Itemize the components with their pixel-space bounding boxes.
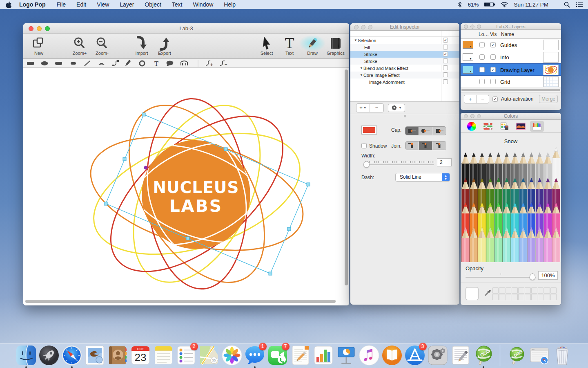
close-button[interactable] <box>29 26 33 31</box>
close-button[interactable] <box>464 25 468 29</box>
menu-layer[interactable]: Layer <box>114 1 139 8</box>
tree-row-fill[interactable]: Fill <box>350 44 459 51</box>
drawing-canvas[interactable]: NUCLEUS LABS <box>23 68 349 305</box>
dash-popup[interactable]: Solid Line ▲▼ <box>395 173 450 182</box>
layer-color-swatch[interactable]: ▼ <box>463 66 473 74</box>
dock-itunes[interactable] <box>359 345 380 366</box>
menu-window[interactable]: Window <box>188 1 219 8</box>
cap-segmented-control[interactable] <box>405 126 446 135</box>
visible-checkbox[interactable]: ✓ <box>490 42 496 47</box>
close-button[interactable] <box>464 114 468 118</box>
bluetooth-icon[interactable] <box>458 2 462 8</box>
swatch-grid[interactable] <box>492 287 557 301</box>
width-slider-thumb[interactable] <box>363 162 370 168</box>
row-checkbox[interactable] <box>443 65 448 70</box>
row-checkbox[interactable] <box>443 72 448 77</box>
disclosure-triangle[interactable]: ▼ <box>359 66 363 70</box>
tree-row-blend-mask[interactable]: ▼ Blend and Mask Effect <box>350 65 459 72</box>
row-checkbox[interactable]: ✓ <box>443 52 448 56</box>
remove-effect-button[interactable]: − <box>370 104 383 112</box>
row-checkbox[interactable]: ✓ <box>443 38 448 43</box>
dock-minimized-safari-window[interactable] <box>529 345 550 366</box>
current-color-well[interactable] <box>466 287 479 300</box>
dock-mail[interactable] <box>84 345 105 366</box>
dock-pages[interactable] <box>290 345 311 366</box>
dock-reminders[interactable]: 2 <box>176 345 197 366</box>
colors-titlebar[interactable]: Colors <box>461 113 561 120</box>
zoom-button[interactable] <box>477 114 481 118</box>
color-wheel-tab[interactable] <box>465 121 479 132</box>
disclosure-triangle[interactable]: ▼ <box>359 73 363 77</box>
width-value-field[interactable] <box>437 158 452 166</box>
dock-numbers[interactable] <box>313 345 334 366</box>
action-gear-button[interactable]: ▼ <box>388 104 405 112</box>
auto-activation-checkbox[interactable]: ✓ <box>492 96 498 102</box>
layers-titlebar[interactable]: Lab-3 - Layers <box>461 23 561 30</box>
minimize-button[interactable] <box>470 114 474 118</box>
opacity-value[interactable]: 100% <box>538 271 558 280</box>
cap-butt-option[interactable] <box>405 127 419 135</box>
dock-notes[interactable] <box>153 345 174 366</box>
zoom-button[interactable] <box>477 25 481 29</box>
join-segmented-control[interactable] <box>405 141 446 150</box>
dock-logo-pop[interactable]: LOGO <box>473 345 494 366</box>
new-button[interactable]: New <box>26 35 52 56</box>
dock-minimized-logo-pop-doc[interactable]: LOGO <box>506 345 527 366</box>
menu-text[interactable]: Text <box>167 1 188 8</box>
join-miter-option[interactable] <box>405 141 419 150</box>
canvas-vertical-scrollbar[interactable] <box>345 70 348 285</box>
lock-checkbox[interactable] <box>479 67 485 72</box>
dock-calendar[interactable]: OCT23 <box>130 345 151 366</box>
merge-button[interactable]: Merge <box>539 95 558 103</box>
canvas-horizontal-scrollbar[interactable] <box>25 300 336 303</box>
zoom-out-button[interactable]: Zoom- <box>89 35 115 56</box>
text-tool-button[interactable]: T Text <box>276 35 303 56</box>
cap-square-option[interactable] <box>432 127 446 135</box>
battery-icon[interactable] <box>484 2 495 7</box>
dock-trash[interactable] <box>552 345 573 366</box>
layer-color-swatch[interactable]: ▼ <box>463 53 473 61</box>
active-app-name[interactable]: Logo Pop <box>13 1 51 8</box>
layers-horizontal-scrollbar[interactable] <box>461 88 561 92</box>
row-checkbox[interactable] <box>443 58 448 63</box>
shape-tools-icons[interactable]: T + − <box>23 59 349 68</box>
opacity-slider-thumb[interactable] <box>530 274 535 280</box>
dock-app-store[interactable]: 3 <box>404 345 425 366</box>
graphics-button[interactable]: Graphics <box>323 35 349 56</box>
eyedropper-icon[interactable] <box>483 289 492 299</box>
tree-row-image-adornment[interactable]: Image Adornment <box>350 79 459 85</box>
pencil-picker[interactable] <box>461 147 560 264</box>
zoom-button[interactable] <box>368 25 372 29</box>
pencils-tab[interactable] <box>530 121 544 132</box>
menu-object[interactable]: Object <box>139 1 166 8</box>
menu-help[interactable]: Help <box>218 1 241 8</box>
column-visible[interactable]: Vis <box>490 31 497 37</box>
layer-row-grid[interactable]: Grid <box>461 76 561 88</box>
menu-view[interactable]: View <box>91 1 114 8</box>
row-checkbox[interactable] <box>443 79 448 84</box>
image-palettes-tab[interactable] <box>514 121 528 132</box>
zoom-button[interactable] <box>45 26 50 31</box>
draw-tool-button[interactable]: Draw <box>299 35 325 56</box>
spotlight-icon[interactable] <box>564 2 570 8</box>
select-tool-button[interactable]: Select <box>254 35 280 56</box>
notification-center-icon[interactable] <box>576 2 583 7</box>
join-bevel-option[interactable] <box>432 141 446 150</box>
close-button[interactable] <box>354 25 359 29</box>
add-effect-button[interactable]: +▼ <box>356 104 370 112</box>
layer-row-info[interactable]: ▼ Info <box>461 51 561 63</box>
minimize-button[interactable] <box>470 25 474 29</box>
dock-safari[interactable] <box>61 345 82 366</box>
stroke-color-well[interactable] <box>361 126 377 135</box>
dock-system-preferences[interactable] <box>427 345 448 366</box>
pane-splitter[interactable] <box>350 114 459 118</box>
column-name[interactable]: Name <box>501 31 514 37</box>
dock-photos[interactable] <box>221 345 243 366</box>
lock-checkbox[interactable] <box>479 79 485 84</box>
row-checkbox[interactable] <box>443 45 448 49</box>
tree-row-stroke2[interactable]: Stroke <box>350 58 459 65</box>
tree-row-selection[interactable]: ▼ Selection ✓ <box>350 37 459 44</box>
menu-file[interactable]: File <box>51 1 71 8</box>
dock-ibooks[interactable] <box>381 345 403 366</box>
column-lock[interactable]: Lo… <box>479 31 489 37</box>
